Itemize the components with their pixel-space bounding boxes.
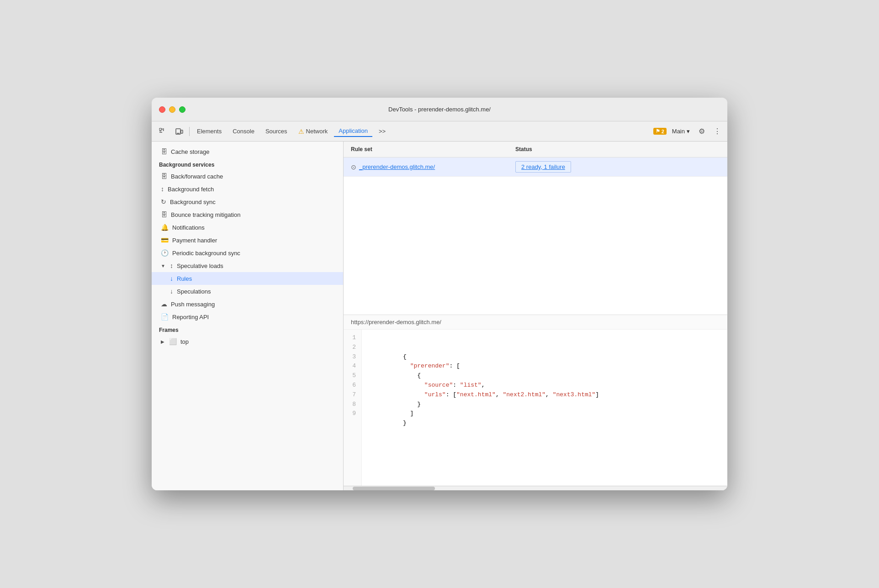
close-button[interactable] bbox=[159, 106, 165, 113]
toolbar-right: ⚑ 2 Main ▾ ⚙ ⋮ bbox=[653, 125, 724, 138]
code-content[interactable]: 1 2 3 4 5 6 7 8 9 { "prerender": [ { bbox=[344, 330, 727, 486]
settings-button[interactable]: ⚙ bbox=[695, 125, 708, 138]
sidebar-item-background-sync[interactable]: ↻ Background sync bbox=[152, 195, 343, 208]
bounce-icon: 🗄 bbox=[161, 211, 167, 218]
tab-application[interactable]: Application bbox=[334, 126, 372, 137]
toolbar: Elements Console Sources ⚠ Network Appli… bbox=[152, 121, 727, 142]
right-panel: Rule set Status ⊙ _prerender-demos.glitc… bbox=[344, 142, 727, 490]
frames-arrow-icon: ▶ bbox=[161, 339, 164, 344]
bottom-scrollbar[interactable] bbox=[344, 486, 727, 490]
expand-arrow-icon: ▼ bbox=[161, 263, 165, 268]
table-cell-status: 2 ready, 1 failure bbox=[508, 158, 727, 176]
devtools-window: DevTools - prerender-demos.glitch.me/ El… bbox=[152, 98, 727, 490]
table-area: Rule set Status ⊙ _prerender-demos.glitc… bbox=[344, 142, 727, 315]
svg-rect-2 bbox=[159, 132, 162, 133]
sidebar-item-periodic-bg-sync[interactable]: 🕐 Periodic background sync bbox=[152, 247, 343, 259]
error-badge[interactable]: ⚑ 2 bbox=[653, 128, 667, 135]
sidebar-item-background-fetch[interactable]: ↕ Background fetch bbox=[152, 183, 343, 195]
traffic-lights bbox=[159, 106, 185, 113]
col-header-status: Status bbox=[508, 144, 727, 154]
status-text[interactable]: 2 ready, 1 failure bbox=[515, 161, 571, 173]
sidebar-item-frames-top[interactable]: ▶ ⬜ top bbox=[152, 335, 343, 348]
tab-more[interactable]: >> bbox=[374, 126, 390, 136]
cache-icon: 🗄 bbox=[161, 148, 167, 155]
back-forward-icon: 🗄 bbox=[161, 173, 167, 180]
sidebar-item-payment-handler[interactable]: 💳 Payment handler bbox=[152, 234, 343, 247]
tab-sources[interactable]: Sources bbox=[261, 126, 292, 136]
window-title: DevTools - prerender-demos.glitch.me/ bbox=[388, 106, 491, 113]
speculations-icon: ↓ bbox=[170, 288, 173, 295]
rules-icon: ↓ bbox=[170, 275, 173, 282]
sidebar-item-speculations[interactable]: ↓ Speculations bbox=[152, 285, 343, 298]
inspect-button[interactable] bbox=[155, 125, 170, 138]
tab-elements[interactable]: Elements bbox=[192, 126, 226, 136]
table-cell-rule: ⊙ _prerender-demos.glitch.me/ bbox=[344, 160, 508, 174]
dropdown-arrow-icon: ▾ bbox=[687, 128, 690, 135]
svg-rect-3 bbox=[162, 128, 163, 130]
maximize-button[interactable] bbox=[179, 106, 185, 113]
more-options-button[interactable]: ⋮ bbox=[711, 125, 724, 138]
reporting-icon: 📄 bbox=[161, 313, 169, 320]
sidebar-item-cache-storage[interactable]: 🗄 Cache storage bbox=[152, 145, 343, 158]
sidebar-item-back-forward-cache[interactable]: 🗄 Back/forward cache bbox=[152, 170, 343, 183]
separator-1 bbox=[189, 127, 190, 136]
sidebar-item-speculative-loads[interactable]: ▼ ↕ Speculative loads bbox=[152, 259, 343, 272]
line-numbers: 1 2 3 4 5 6 7 8 9 bbox=[344, 330, 362, 486]
main-dropdown[interactable]: Main ▾ bbox=[669, 126, 693, 136]
main-content: 🗄 Cache storage Background services 🗄 Ba… bbox=[152, 142, 727, 490]
scrollbar-thumb bbox=[353, 487, 435, 490]
sidebar-item-notifications[interactable]: 🔔 Notifications bbox=[152, 221, 343, 234]
notification-icon: 🔔 bbox=[161, 224, 169, 231]
svg-rect-6 bbox=[181, 130, 183, 133]
col-header-rule-set: Rule set bbox=[344, 144, 508, 154]
periodic-icon: 🕐 bbox=[161, 249, 169, 257]
frame-icon: ⬜ bbox=[169, 338, 177, 345]
warning-icon: ⚠ bbox=[298, 128, 304, 135]
sidebar-item-reporting-api[interactable]: 📄 Reporting API bbox=[152, 310, 343, 323]
sidebar-item-rules[interactable]: ↓ Rules bbox=[152, 272, 343, 285]
code-text: { "prerender": [ { "source": "list", "ur… bbox=[362, 330, 727, 486]
tab-console[interactable]: Console bbox=[228, 126, 259, 136]
device-toggle-button[interactable] bbox=[172, 125, 186, 138]
code-url: https://prerender-demos.glitch.me/ bbox=[344, 315, 727, 330]
svg-rect-0 bbox=[159, 128, 161, 130]
sidebar-section-frames: Frames bbox=[152, 323, 343, 335]
table-header: Rule set Status bbox=[344, 142, 727, 158]
fetch-icon: ↕ bbox=[161, 185, 164, 193]
table-body: ⊙ _prerender-demos.glitch.me/ 2 ready, 1… bbox=[344, 158, 727, 315]
rule-icon: ⊙ bbox=[351, 163, 356, 171]
speculative-icon: ↕ bbox=[170, 262, 173, 269]
sidebar-section-background-services: Background services bbox=[152, 158, 343, 170]
rule-link[interactable]: _prerender-demos.glitch.me/ bbox=[359, 163, 435, 170]
table-row[interactable]: ⊙ _prerender-demos.glitch.me/ 2 ready, 1… bbox=[344, 158, 727, 177]
tab-network[interactable]: ⚠ Network bbox=[294, 126, 333, 137]
svg-rect-1 bbox=[159, 131, 161, 131]
minimize-button[interactable] bbox=[169, 106, 175, 113]
title-bar: DevTools - prerender-demos.glitch.me/ bbox=[152, 98, 727, 121]
payment-icon: 💳 bbox=[161, 236, 169, 244]
sidebar-item-bounce-tracking[interactable]: 🗄 Bounce tracking mitigation bbox=[152, 208, 343, 221]
sidebar: 🗄 Cache storage Background services 🗄 Ba… bbox=[152, 142, 344, 490]
push-icon: ☁ bbox=[161, 300, 167, 308]
sync-icon: ↻ bbox=[161, 198, 166, 205]
sidebar-item-push-messaging[interactable]: ☁ Push messaging bbox=[152, 298, 343, 310]
badge-icon: ⚑ bbox=[656, 128, 660, 134]
code-area: https://prerender-demos.glitch.me/ 1 2 3… bbox=[344, 315, 727, 486]
svg-rect-4 bbox=[163, 128, 164, 131]
